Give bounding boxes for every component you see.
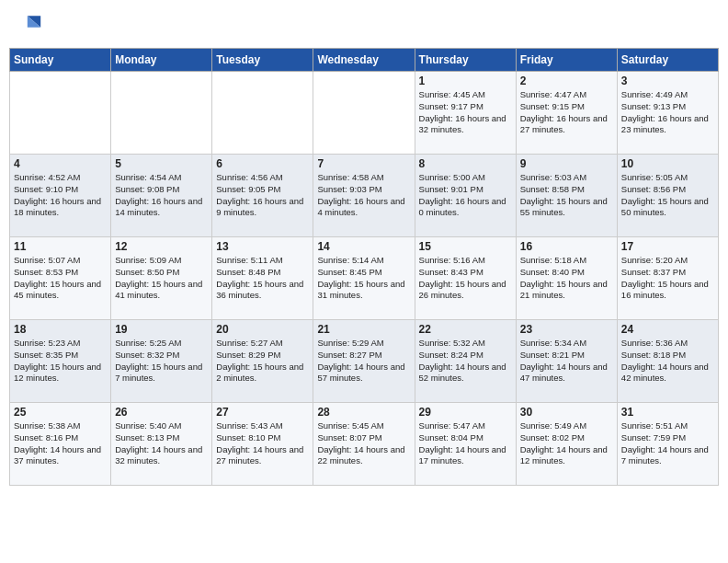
calendar-cell: 3Sunrise: 4:49 AM Sunset: 9:13 PM Daylig…	[617, 72, 718, 155]
weekday-header-friday: Friday	[516, 49, 617, 72]
calendar-cell: 17Sunrise: 5:20 AM Sunset: 8:37 PM Dayli…	[617, 237, 718, 320]
calendar-cell: 2Sunrise: 4:47 AM Sunset: 9:15 PM Daylig…	[516, 72, 617, 155]
day-number: 25	[14, 406, 107, 419]
calendar-cell: 25Sunrise: 5:38 AM Sunset: 8:16 PM Dayli…	[10, 403, 111, 486]
day-number: 4	[14, 157, 107, 170]
calendar-week-4: 18Sunrise: 5:23 AM Sunset: 8:35 PM Dayli…	[10, 320, 719, 403]
calendar-cell: 30Sunrise: 5:49 AM Sunset: 8:02 PM Dayli…	[516, 403, 617, 486]
day-info: Sunrise: 5:20 AM Sunset: 8:37 PM Dayligh…	[621, 255, 714, 302]
day-number: 16	[520, 240, 613, 253]
day-info: Sunrise: 5:36 AM Sunset: 8:18 PM Dayligh…	[621, 338, 714, 385]
day-info: Sunrise: 5:03 AM Sunset: 8:58 PM Dayligh…	[520, 172, 613, 219]
day-info: Sunrise: 5:16 AM Sunset: 8:43 PM Dayligh…	[419, 255, 512, 302]
day-number: 8	[419, 157, 512, 170]
day-number: 10	[621, 157, 714, 170]
day-info: Sunrise: 5:00 AM Sunset: 9:01 PM Dayligh…	[419, 172, 512, 219]
weekday-header-tuesday: Tuesday	[212, 49, 313, 72]
weekday-header-wednesday: Wednesday	[313, 49, 415, 72]
calendar-cell: 9Sunrise: 5:03 AM Sunset: 8:58 PM Daylig…	[516, 155, 617, 237]
calendar-cell	[111, 72, 212, 155]
calendar-cell: 1Sunrise: 4:45 AM Sunset: 9:17 PM Daylig…	[415, 72, 516, 155]
calendar-cell: 29Sunrise: 5:47 AM Sunset: 8:04 PM Dayli…	[415, 403, 516, 486]
calendar-cell: 8Sunrise: 5:00 AM Sunset: 9:01 PM Daylig…	[415, 155, 516, 237]
day-info: Sunrise: 5:29 AM Sunset: 8:27 PM Dayligh…	[317, 338, 410, 385]
weekday-header-sunday: Sunday	[10, 49, 111, 72]
calendar-cell: 24Sunrise: 5:36 AM Sunset: 8:18 PM Dayli…	[617, 320, 718, 403]
calendar-cell: 13Sunrise: 5:11 AM Sunset: 8:48 PM Dayli…	[212, 237, 313, 320]
calendar-cell: 21Sunrise: 5:29 AM Sunset: 8:27 PM Dayli…	[313, 320, 415, 403]
day-number: 11	[14, 240, 107, 253]
day-number: 7	[317, 157, 410, 170]
day-info: Sunrise: 5:11 AM Sunset: 8:48 PM Dayligh…	[216, 255, 309, 302]
calendar-cell	[313, 72, 415, 155]
day-number: 30	[520, 406, 613, 419]
calendar-cell: 23Sunrise: 5:34 AM Sunset: 8:21 PM Dayli…	[516, 320, 617, 403]
day-number: 3	[621, 75, 714, 87]
calendar-cell: 5Sunrise: 4:54 AM Sunset: 9:08 PM Daylig…	[111, 155, 212, 237]
calendar-cell: 6Sunrise: 4:56 AM Sunset: 9:05 PM Daylig…	[212, 155, 313, 237]
day-number: 23	[520, 323, 613, 336]
day-number: 18	[14, 323, 107, 336]
calendar-cell: 4Sunrise: 4:52 AM Sunset: 9:10 PM Daylig…	[10, 155, 111, 237]
logo-icon	[9, 9, 42, 42]
calendar-cell: 16Sunrise: 5:18 AM Sunset: 8:40 PM Dayli…	[516, 237, 617, 320]
calendar-cell: 10Sunrise: 5:05 AM Sunset: 8:56 PM Dayli…	[617, 155, 718, 237]
day-info: Sunrise: 5:09 AM Sunset: 8:50 PM Dayligh…	[115, 255, 208, 302]
day-number: 17	[621, 240, 714, 253]
calendar-cell: 28Sunrise: 5:45 AM Sunset: 8:07 PM Dayli…	[313, 403, 415, 486]
weekday-header-thursday: Thursday	[415, 49, 516, 72]
day-number: 24	[621, 323, 714, 336]
day-number: 26	[115, 406, 208, 419]
calendar-week-5: 25Sunrise: 5:38 AM Sunset: 8:16 PM Dayli…	[10, 403, 719, 486]
weekday-header-row: SundayMondayTuesdayWednesdayThursdayFrid…	[10, 49, 719, 72]
day-info: Sunrise: 5:49 AM Sunset: 8:02 PM Dayligh…	[520, 420, 613, 467]
day-number: 19	[115, 323, 208, 336]
day-number: 12	[115, 240, 208, 253]
day-info: Sunrise: 5:43 AM Sunset: 8:10 PM Dayligh…	[216, 420, 309, 467]
day-info: Sunrise: 4:54 AM Sunset: 9:08 PM Dayligh…	[115, 172, 208, 219]
day-number: 13	[216, 240, 309, 253]
day-number: 1	[419, 75, 512, 87]
day-info: Sunrise: 4:47 AM Sunset: 9:15 PM Dayligh…	[520, 89, 613, 136]
day-number: 20	[216, 323, 309, 336]
day-info: Sunrise: 5:47 AM Sunset: 8:04 PM Dayligh…	[419, 420, 512, 467]
day-info: Sunrise: 4:45 AM Sunset: 9:17 PM Dayligh…	[419, 89, 512, 136]
day-info: Sunrise: 5:23 AM Sunset: 8:35 PM Dayligh…	[14, 338, 107, 385]
day-info: Sunrise: 4:56 AM Sunset: 9:05 PM Dayligh…	[216, 172, 309, 219]
weekday-header-monday: Monday	[111, 49, 212, 72]
day-info: Sunrise: 4:49 AM Sunset: 9:13 PM Dayligh…	[621, 89, 714, 136]
day-number: 9	[520, 157, 613, 170]
calendar-cell	[10, 72, 111, 155]
page-header	[9, 9, 719, 42]
calendar-cell: 22Sunrise: 5:32 AM Sunset: 8:24 PM Dayli…	[415, 320, 516, 403]
calendar-cell: 20Sunrise: 5:27 AM Sunset: 8:29 PM Dayli…	[212, 320, 313, 403]
calendar-cell: 15Sunrise: 5:16 AM Sunset: 8:43 PM Dayli…	[415, 237, 516, 320]
day-info: Sunrise: 5:05 AM Sunset: 8:56 PM Dayligh…	[621, 172, 714, 219]
day-info: Sunrise: 5:40 AM Sunset: 8:13 PM Dayligh…	[115, 420, 208, 467]
day-number: 31	[621, 406, 714, 419]
calendar-week-2: 4Sunrise: 4:52 AM Sunset: 9:10 PM Daylig…	[10, 155, 719, 237]
day-info: Sunrise: 5:51 AM Sunset: 7:59 PM Dayligh…	[621, 420, 714, 467]
day-info: Sunrise: 5:14 AM Sunset: 8:45 PM Dayligh…	[317, 255, 410, 302]
day-number: 5	[115, 157, 208, 170]
calendar-cell: 11Sunrise: 5:07 AM Sunset: 8:53 PM Dayli…	[10, 237, 111, 320]
calendar-cell: 31Sunrise: 5:51 AM Sunset: 7:59 PM Dayli…	[617, 403, 718, 486]
calendar-cell: 18Sunrise: 5:23 AM Sunset: 8:35 PM Dayli…	[10, 320, 111, 403]
day-info: Sunrise: 5:34 AM Sunset: 8:21 PM Dayligh…	[520, 338, 613, 385]
calendar-cell	[212, 72, 313, 155]
calendar-week-1: 1Sunrise: 4:45 AM Sunset: 9:17 PM Daylig…	[10, 72, 719, 155]
day-number: 14	[317, 240, 410, 253]
day-number: 2	[520, 75, 613, 87]
day-info: Sunrise: 5:45 AM Sunset: 8:07 PM Dayligh…	[317, 420, 410, 467]
day-info: Sunrise: 5:25 AM Sunset: 8:32 PM Dayligh…	[115, 338, 208, 385]
calendar-cell: 12Sunrise: 5:09 AM Sunset: 8:50 PM Dayli…	[111, 237, 212, 320]
day-info: Sunrise: 4:58 AM Sunset: 9:03 PM Dayligh…	[317, 172, 410, 219]
day-info: Sunrise: 5:27 AM Sunset: 8:29 PM Dayligh…	[216, 338, 309, 385]
calendar-cell: 19Sunrise: 5:25 AM Sunset: 8:32 PM Dayli…	[111, 320, 212, 403]
day-number: 29	[419, 406, 512, 419]
calendar-table: SundayMondayTuesdayWednesdayThursdayFrid…	[9, 48, 719, 486]
day-info: Sunrise: 4:52 AM Sunset: 9:10 PM Dayligh…	[14, 172, 107, 219]
day-info: Sunrise: 5:32 AM Sunset: 8:24 PM Dayligh…	[419, 338, 512, 385]
logo	[9, 9, 46, 42]
day-info: Sunrise: 5:38 AM Sunset: 8:16 PM Dayligh…	[14, 420, 107, 467]
